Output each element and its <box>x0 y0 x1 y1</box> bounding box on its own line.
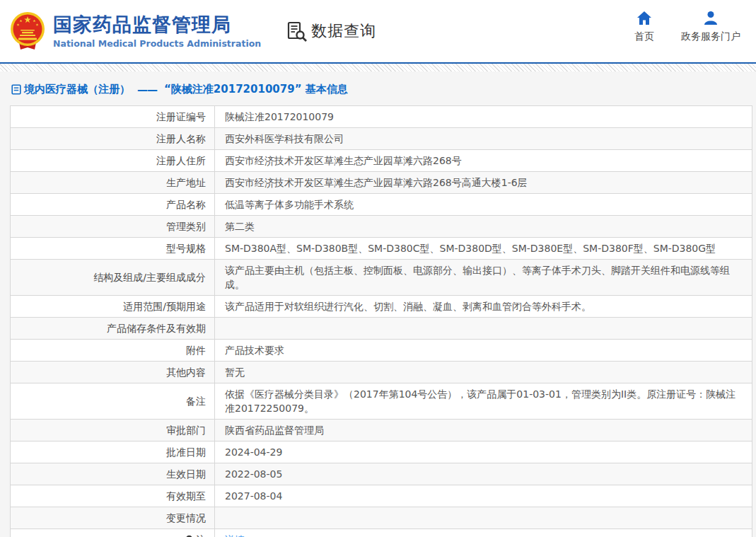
table-row: 产品储存条件及有效期 <box>11 318 752 340</box>
row-value: 该产品适用于对软组织进行汽化、切割、消融、凝血、剥离和血管闭合等外科手术。 <box>215 296 752 318</box>
org-title-block: 国家药品监督管理局 National Medical Products Admi… <box>53 13 261 48</box>
info-table-body: 注册证编号陕械注准20172010079注册人名称西安外科医学科技有限公司注册人… <box>11 106 752 537</box>
site-header: 国家药品监督管理局 National Medical Products Admi… <box>0 0 756 62</box>
registration-info-table-wrap: 注册证编号陕械注准20172010079注册人名称西安外科医学科技有限公司注册人… <box>10 105 752 537</box>
table-row: 批准日期2024-04-29 <box>11 441 752 463</box>
table-row: 备注依据《医疗器械分类目录》（2017年第104号公告），该产品属于01-03-… <box>11 383 752 420</box>
table-row: 变更情况 <box>11 507 752 529</box>
row-label: 变更情况 <box>11 507 215 529</box>
row-label: 备注 <box>11 383 215 420</box>
row-value: 2022-08-05 <box>215 463 752 485</box>
data-query-label: 数据查询 <box>311 21 376 42</box>
row-value: 陕西省药品监督管理局 <box>215 420 752 441</box>
row-value: 2027-08-04 <box>215 485 752 507</box>
row-label: 型号规格 <box>11 238 215 260</box>
row-label: 审批部门 <box>11 420 215 441</box>
nav-item-gov-portal[interactable]: 政务服务门户 <box>681 11 740 43</box>
org-name-en: National Medical Products Administration <box>53 38 261 49</box>
table-row: 有效期至2027-08-04 <box>11 485 752 507</box>
row-value: 产品技术要求 <box>215 340 752 362</box>
row-label: 产品名称 <box>11 194 215 216</box>
table-row: 注册人住所西安市经济技术开发区草滩生态产业园草滩六路268号 <box>11 150 752 172</box>
table-row: 审批部门陕西省药品监督管理局 <box>11 420 752 441</box>
table-row: 注详情 <box>11 529 752 537</box>
table-row: 其他内容暂无 <box>11 362 752 383</box>
row-value: SM-D380A型、SM-D380B型、SM-D380C型、SM-D380D型、… <box>215 238 752 260</box>
user-icon <box>703 11 719 25</box>
hatch-stripe-band <box>0 64 756 71</box>
row-value: 西安外科医学科技有限公司 <box>215 128 752 150</box>
row-label: 其他内容 <box>11 362 215 383</box>
row-label: 适用范围/预期用途 <box>11 296 215 318</box>
home-icon <box>636 11 652 25</box>
data-query-nav[interactable]: 数据查询 <box>286 21 376 42</box>
row-label: 注册证编号 <box>11 106 215 128</box>
breadcrumb-dash: —— <box>137 83 157 96</box>
document-search-icon <box>286 21 308 42</box>
row-label: 注册人名称 <box>11 128 215 150</box>
table-row: 型号规格SM-D380A型、SM-D380B型、SM-D380C型、SM-D38… <box>11 238 752 260</box>
row-value: 2024-04-29 <box>215 441 752 463</box>
nav-item-label: 首页 <box>634 30 654 43</box>
breadcrumb-section[interactable]: 境内医疗器械（注册） <box>24 83 130 96</box>
header-nav: 首页 政务服务门户 <box>634 11 740 43</box>
row-value: 详情 <box>215 529 752 537</box>
row-value: 陕械注准20172010079 <box>215 106 752 128</box>
table-row: 注册证编号陕械注准20172010079 <box>11 106 752 128</box>
row-value: 西安市经济技术开发区草滩生态产业园草滩六路268号高通大楼1-6层 <box>215 172 752 194</box>
row-label: 注 <box>11 529 215 537</box>
table-row: 产品名称低温等离子体多功能手术系统 <box>11 194 752 216</box>
row-value: 低温等离子体多功能手术系统 <box>215 194 752 216</box>
details-link[interactable]: 详情 <box>225 534 245 537</box>
nav-item-home[interactable]: 首页 <box>634 11 654 43</box>
table-row: 注册人名称西安外科医学科技有限公司 <box>11 128 752 150</box>
breadcrumb: 境内医疗器械（注册） —— “陕械注准20172010079” 基本信息 <box>0 71 756 105</box>
table-row: 生产地址西安市经济技术开发区草滩生态产业园草滩六路268号高通大楼1-6层 <box>11 172 752 194</box>
document-list-icon <box>11 84 21 95</box>
row-label: 有效期至 <box>11 485 215 507</box>
row-label: 生产地址 <box>11 172 215 194</box>
table-row: 附件产品技术要求 <box>11 340 752 362</box>
row-label: 结构及组成/主要组成成分 <box>11 260 215 296</box>
row-label: 管理类别 <box>11 216 215 238</box>
table-row: 管理类别第二类 <box>11 216 752 238</box>
row-value <box>215 507 752 529</box>
org-name-cn: 国家药品监督管理局 <box>53 13 261 35</box>
row-label: 生效日期 <box>11 463 215 485</box>
row-value: 第二类 <box>215 216 752 238</box>
main-content: 境内医疗器械（注册） —— “陕械注准20172010079” 基本信息 注册证… <box>0 71 756 537</box>
table-row: 适用范围/预期用途该产品适用于对软组织进行汽化、切割、消融、凝血、剥离和血管闭合… <box>11 296 752 318</box>
table-row: 结构及组成/主要组成成分该产品主要由主机（包括主板、控制面板、电源部分、输出接口… <box>11 260 752 296</box>
row-value: 暂无 <box>215 362 752 383</box>
row-value: 该产品主要由主机（包括主板、控制面板、电源部分、输出接口）、等离子体手术刀头、脚… <box>215 260 752 296</box>
registration-info-table: 注册证编号陕械注准20172010079注册人名称西安外科医学科技有限公司注册人… <box>10 105 752 537</box>
national-emblem-logo <box>8 11 47 52</box>
row-value: 依据《医疗器械分类目录》（2017年第104号公告），该产品属于01-03-01… <box>215 383 752 420</box>
nav-item-label: 政务服务门户 <box>681 30 740 43</box>
breadcrumb-page-title: “陕械注准20172010079” 基本信息 <box>164 83 348 96</box>
row-label: 产品储存条件及有效期 <box>11 318 215 340</box>
row-label: 注册人住所 <box>11 150 215 172</box>
row-label: 批准日期 <box>11 441 215 463</box>
table-row: 生效日期2022-08-05 <box>11 463 752 485</box>
row-value: 西安市经济技术开发区草滩生态产业园草滩六路268号 <box>215 150 752 172</box>
row-value <box>215 318 752 340</box>
row-label: 附件 <box>11 340 215 362</box>
